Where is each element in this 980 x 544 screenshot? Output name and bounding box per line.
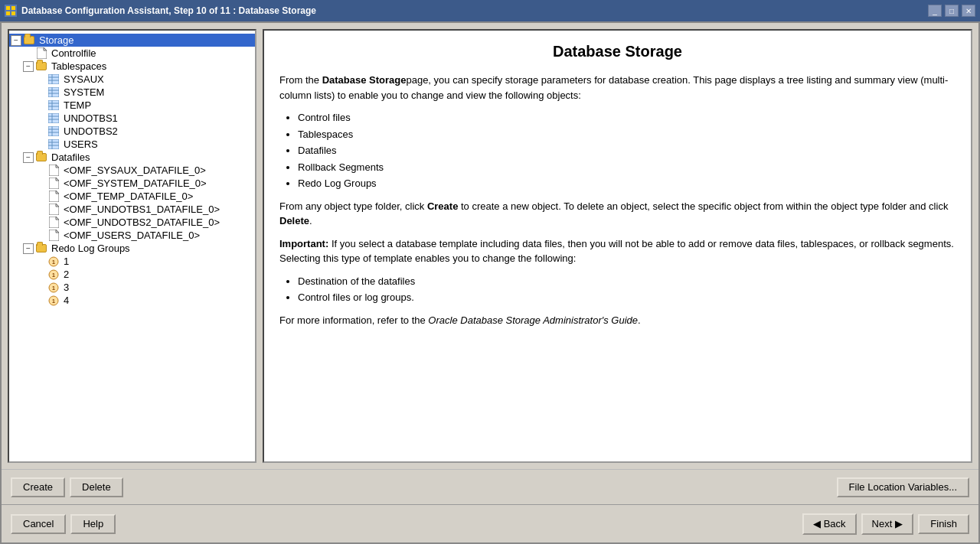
- finish-button[interactable]: Finish: [918, 514, 969, 534]
- intro-prefix: From the: [279, 74, 322, 86]
- list-item: Destination of the datafiles: [298, 274, 956, 289]
- back-label: Back: [824, 518, 846, 529]
- tree-item-label: <OMF_TEMP_DATAFILE_0>: [62, 191, 193, 202]
- svg-marker-38: [56, 204, 59, 207]
- cd-text3: .: [309, 215, 312, 226]
- tree-item-sysaux[interactable]: SYSAUX: [9, 73, 255, 86]
- maximize-button[interactable]: □: [945, 5, 959, 17]
- tree-expander[interactable]: −: [23, 152, 34, 163]
- svg-marker-42: [56, 230, 59, 233]
- ref-text2: .: [638, 314, 641, 326]
- tree-expander[interactable]: −: [23, 61, 34, 72]
- svg-rect-3: [6, 11, 10, 15]
- list-item: Rollback Segments: [298, 160, 956, 175]
- close-button[interactable]: ✕: [962, 5, 975, 17]
- tree-item-log3[interactable]: 1 3: [9, 281, 255, 294]
- svg-rect-1: [6, 6, 10, 10]
- delete-word: Delete: [279, 215, 309, 226]
- folder-icon: [35, 243, 47, 254]
- tree-item-temp[interactable]: TEMP: [9, 99, 255, 112]
- ref-italic: Oracle Database Storage Administrator's …: [428, 314, 638, 326]
- svg-text:1: 1: [52, 272, 55, 278]
- content-area: −Storage Controlfile−Tablespaces SYSAUX …: [2, 23, 978, 469]
- tree-item-label: UNDOTBS1: [62, 112, 118, 124]
- tree-item-undotbs2[interactable]: UNDOTBS2: [9, 125, 255, 138]
- tree-item-undotbs1[interactable]: UNDOTBS1: [9, 112, 255, 125]
- tree-item-label: 2: [62, 269, 69, 280]
- delete-button[interactable]: Delete: [70, 477, 123, 497]
- file-location-variables-button[interactable]: File Location Variables...: [837, 477, 969, 497]
- svg-rect-27: [48, 139, 59, 149]
- middle-bar-right: File Location Variables...: [837, 477, 969, 497]
- tree-item-log1[interactable]: 1 1: [9, 255, 255, 268]
- tree-item-df4[interactable]: <OMF_UNDOTBS1_DATAFILE_0>: [9, 203, 255, 216]
- file-icon: [47, 217, 60, 228]
- title-bar: Database Configuration Assistant, Step 1…: [0, 0, 980, 21]
- create-button[interactable]: Create: [11, 477, 65, 497]
- title-bar-controls: _ □ ✕: [928, 5, 975, 17]
- log-icon: 1: [47, 282, 60, 293]
- file-icon: [47, 165, 60, 176]
- svg-text:1: 1: [52, 298, 55, 304]
- controlfile-icon: [35, 48, 47, 59]
- tree-item-label: Datafiles: [50, 151, 90, 163]
- file-icon: [47, 230, 60, 241]
- svg-rect-15: [48, 100, 59, 110]
- tree-item-label: <OMF_USERS_DATAFILE_0>: [62, 230, 200, 241]
- tree-item-controlfile[interactable]: Controlfile: [9, 47, 255, 60]
- list-item: Control files: [298, 110, 956, 125]
- tree-item-label: Redo Log Groups: [50, 243, 130, 254]
- svg-rect-7: [48, 74, 59, 84]
- app-icon: [5, 5, 17, 17]
- title-bar-left: Database Configuration Assistant, Step 1…: [5, 5, 316, 17]
- svg-rect-4: [11, 11, 15, 15]
- tree-item-label: <OMF_SYSAUX_DATAFILE_0>: [62, 165, 206, 176]
- log-icon: 1: [47, 256, 60, 267]
- main-list: Control filesTablespacesDatafilesRollbac…: [298, 110, 956, 191]
- svg-text:1: 1: [52, 259, 55, 265]
- tree-item-log4[interactable]: 1 4: [9, 294, 255, 307]
- next-button[interactable]: Next ▶: [861, 513, 914, 535]
- next-arrow-icon: ▶: [895, 518, 903, 529]
- tree-item-label: UNDOTBS2: [62, 125, 118, 137]
- svg-rect-19: [48, 113, 59, 123]
- tree-item-label: 4: [62, 295, 69, 306]
- tree-item-label: <OMF_SYSTEM_DATAFILE_0>: [62, 178, 207, 189]
- svg-marker-36: [56, 191, 59, 194]
- tree-item-redolog[interactable]: −Redo Log Groups: [9, 242, 255, 255]
- log-icon: 1: [47, 269, 60, 280]
- tree-expander[interactable]: −: [11, 35, 21, 46]
- tree-item-log2[interactable]: 1 2: [9, 268, 255, 281]
- help-button[interactable]: Help: [70, 514, 116, 534]
- table-icon: [47, 87, 60, 98]
- tree-item-storage[interactable]: −Storage: [9, 34, 255, 47]
- tree-item-system[interactable]: SYSTEM: [9, 86, 255, 99]
- ref-text1: For more information, refer to the: [279, 314, 428, 326]
- log-icon: 1: [47, 295, 60, 306]
- tree-panel[interactable]: −Storage Controlfile−Tablespaces SYSAUX …: [8, 29, 256, 463]
- cd-text1: From any object type folder, click: [279, 200, 427, 212]
- tree-item-tablespaces[interactable]: −Tablespaces: [9, 60, 255, 73]
- svg-marker-6: [44, 47, 47, 50]
- back-arrow-icon: ◀: [813, 518, 821, 529]
- cancel-button[interactable]: Cancel: [11, 514, 66, 534]
- back-button[interactable]: ◀ Back: [802, 513, 857, 535]
- folder-icon: [35, 61, 47, 72]
- tree-item-label: <OMF_UNDOTBS1_DATAFILE_0>: [62, 204, 220, 215]
- tree-item-df2[interactable]: <OMF_SYSTEM_DATAFILE_0>: [9, 177, 255, 190]
- tree-item-df5[interactable]: <OMF_UNDOTBS2_DATAFILE_0>: [9, 216, 255, 229]
- bottom-bar: Cancel Help ◀ Back Next ▶ Finish: [2, 504, 978, 542]
- tree-item-label: 1: [62, 256, 69, 267]
- tree-item-df1[interactable]: <OMF_SYSAUX_DATAFILE_0>: [9, 164, 255, 177]
- minimize-button[interactable]: _: [928, 5, 942, 17]
- tree-item-df3[interactable]: <OMF_TEMP_DATAFILE_0>: [9, 190, 255, 203]
- tree-item-datafiles[interactable]: −Datafiles: [9, 151, 255, 164]
- svg-marker-32: [56, 165, 59, 168]
- tree-expander[interactable]: −: [23, 243, 34, 254]
- intro-text: From the Database Storagepage, you can s…: [279, 73, 956, 103]
- tree-item-df6[interactable]: <OMF_USERS_DATAFILE_0>: [9, 229, 255, 242]
- svg-rect-11: [48, 87, 59, 97]
- list-item: Control files or log groups.: [298, 290, 956, 305]
- tree-item-users[interactable]: USERS: [9, 138, 255, 151]
- table-icon: [47, 113, 60, 124]
